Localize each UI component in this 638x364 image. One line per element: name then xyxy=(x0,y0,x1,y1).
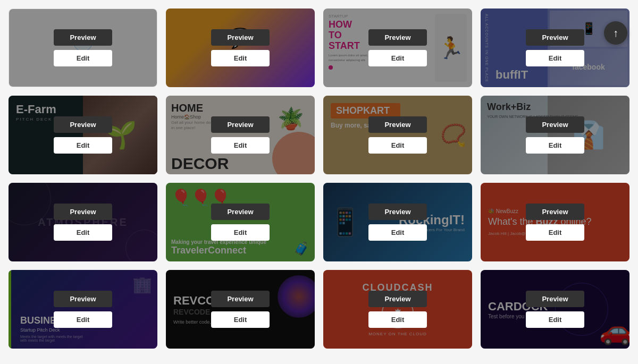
edit-button[interactable]: Edit xyxy=(54,224,112,241)
edit-button[interactable]: Edit xyxy=(368,137,427,154)
template-workbiz[interactable]: Preview Edit Work+Biz YOUR OWN NETWORK I… xyxy=(481,96,629,174)
template-home-decor[interactable]: Preview Edit HOME Home🏠ShopGet all your … xyxy=(166,96,315,174)
template-comms[interactable]: Preview Edit 💬 COMMS xyxy=(166,9,315,87)
preview-button[interactable]: Preview xyxy=(526,204,584,220)
template-newbuzz[interactable]: Preview Edit 🐝 NewBuzz What's the Buzz o… xyxy=(481,183,629,261)
preview-button[interactable]: Preview xyxy=(54,204,112,220)
preview-button[interactable]: Preview xyxy=(211,29,270,46)
preview-button[interactable]: Preview xyxy=(368,29,427,46)
edit-button[interactable]: Edit xyxy=(368,50,427,66)
preview-button[interactable]: Preview xyxy=(368,204,427,220)
scroll-up-button[interactable]: ↑ xyxy=(604,21,627,45)
preview-button[interactable]: Preview xyxy=(211,204,270,220)
edit-button[interactable]: Edit xyxy=(368,311,427,328)
edit-button[interactable]: Edit xyxy=(526,50,584,66)
edit-button[interactable]: Edit xyxy=(54,137,112,154)
template-efarm[interactable]: Preview Edit E-Farm PITCH DECK 🌱 xyxy=(9,96,157,174)
template-shopkart[interactable]: Preview Edit SHOPKART Buy more, save mon… xyxy=(323,96,472,174)
preview-button[interactable]: Preview xyxy=(211,291,270,307)
preview-button[interactable]: Preview xyxy=(54,116,112,133)
template-revcode[interactable]: Preview Edit REVCODE REVCODE Write bette… xyxy=(166,270,315,349)
template-atmosphere[interactable]: Preview Edit Atmosphere xyxy=(9,183,157,261)
template-cardock[interactable]: Preview Edit CARDOCK Test before you buy… xyxy=(481,270,629,349)
template-traveler[interactable]: Preview Edit 🎈🎈🎈 Making your travel expe… xyxy=(166,183,315,261)
edit-button[interactable]: Edit xyxy=(526,311,584,328)
edit-button[interactable]: Edit xyxy=(211,224,270,241)
edit-button[interactable]: Edit xyxy=(526,137,584,154)
template-grid: Preview Edit + Blank Template Preview Ed… xyxy=(0,0,638,357)
preview-button[interactable]: Preview xyxy=(54,291,112,307)
arrow-up-icon: ↑ xyxy=(613,27,618,39)
preview-button[interactable]: Preview xyxy=(526,291,584,307)
preview-button[interactable]: Preview xyxy=(211,116,270,133)
template-business-model[interactable]: Preview Edit BUSINESS MODEL Startup Pitc… xyxy=(9,270,157,349)
edit-button[interactable]: Edit xyxy=(211,50,270,66)
template-buffit[interactable]: Preview Edit ALL ACCOUNTS IN ONE PLACE b… xyxy=(481,9,629,87)
edit-button[interactable]: Edit xyxy=(211,137,270,154)
preview-button[interactable]: Preview xyxy=(526,116,584,133)
template-blank[interactable]: Preview Edit + Blank Template xyxy=(9,9,157,87)
edit-button[interactable]: Edit xyxy=(54,50,112,66)
template-cloudcash[interactable]: Preview Edit CLOUDCASH ✸ MONEY ON THE CL… xyxy=(323,270,472,349)
template-rockingit[interactable]: Preview Edit 📱 RockingIT! Getting The Be… xyxy=(323,183,472,261)
edit-button[interactable]: Edit xyxy=(54,311,112,328)
edit-button[interactable]: Edit xyxy=(211,311,270,328)
preview-button[interactable]: Preview xyxy=(368,116,427,133)
edit-button[interactable]: Edit xyxy=(368,224,427,241)
edit-button[interactable]: Edit xyxy=(526,224,584,241)
preview-button[interactable]: Preview xyxy=(54,29,112,46)
preview-button[interactable]: Preview xyxy=(368,291,427,307)
template-how-to-start[interactable]: Preview Edit Startup HOWTOSTART Lorem ip… xyxy=(323,9,472,87)
preview-button[interactable]: Preview xyxy=(526,29,584,46)
